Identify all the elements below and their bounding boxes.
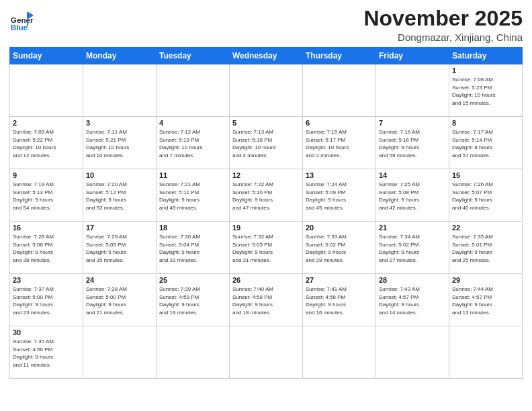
day-number: 1 <box>452 66 519 75</box>
table-row: 7Sunrise: 7:16 AM Sunset: 5:16 PM Daylig… <box>376 117 449 169</box>
day-info: Sunrise: 7:12 AM Sunset: 5:19 PM Dayligh… <box>159 128 226 159</box>
table-row: 11Sunrise: 7:21 AM Sunset: 5:11 PM Dayli… <box>157 169 230 222</box>
header-thursday: Thursday <box>303 48 376 64</box>
weekday-header-row: Sunday Monday Tuesday Wednesday Thursday… <box>10 48 523 64</box>
calendar-week-row: 30Sunrise: 7:45 AM Sunset: 4:56 PM Dayli… <box>10 326 523 379</box>
day-number: 26 <box>232 276 300 284</box>
day-number: 21 <box>379 224 446 232</box>
day-info: Sunrise: 7:17 AM Sunset: 5:14 PM Dayligh… <box>452 128 519 159</box>
table-row: 10Sunrise: 7:20 AM Sunset: 5:12 PM Dayli… <box>83 169 157 222</box>
calendar: Sunday Monday Tuesday Wednesday Thursday… <box>9 47 523 379</box>
day-info: Sunrise: 7:25 AM Sunset: 5:08 PM Dayligh… <box>379 181 446 212</box>
calendar-week-row: 2Sunrise: 7:09 AM Sunset: 5:22 PM Daylig… <box>10 117 523 169</box>
table-row <box>303 64 376 117</box>
day-number: 3 <box>86 119 153 127</box>
calendar-week-row: 23Sunrise: 7:37 AM Sunset: 5:00 PM Dayli… <box>10 274 523 326</box>
day-info: Sunrise: 7:34 AM Sunset: 5:02 PM Dayligh… <box>379 233 446 264</box>
header: General Blue November 2025 Dongmazar, Xi… <box>9 7 523 43</box>
day-number: 14 <box>379 171 446 179</box>
table-row: 20Sunrise: 7:33 AM Sunset: 5:02 PM Dayli… <box>303 222 376 274</box>
header-tuesday: Tuesday <box>157 48 230 64</box>
table-row <box>230 64 303 117</box>
table-row: 13Sunrise: 7:24 AM Sunset: 5:09 PM Dayli… <box>303 169 376 222</box>
table-row: 6Sunrise: 7:15 AM Sunset: 5:17 PM Daylig… <box>303 117 376 169</box>
table-row: 9Sunrise: 7:19 AM Sunset: 5:13 PM Daylig… <box>10 169 83 222</box>
table-row: 3Sunrise: 7:11 AM Sunset: 5:21 PM Daylig… <box>83 117 157 169</box>
day-number: 11 <box>159 171 226 179</box>
day-number: 22 <box>452 224 519 232</box>
table-row: 24Sunrise: 7:38 AM Sunset: 5:00 PM Dayli… <box>83 274 157 326</box>
table-row <box>157 64 230 117</box>
day-number: 24 <box>86 276 153 284</box>
day-number: 12 <box>232 171 300 179</box>
day-info: Sunrise: 7:13 AM Sunset: 5:18 PM Dayligh… <box>232 128 300 159</box>
day-info: Sunrise: 7:20 AM Sunset: 5:12 PM Dayligh… <box>86 181 153 212</box>
table-row: 12Sunrise: 7:22 AM Sunset: 5:10 PM Dayli… <box>230 169 303 222</box>
logo: General Blue <box>9 9 34 34</box>
header-saturday: Saturday <box>449 48 523 64</box>
header-sunday: Sunday <box>10 48 83 64</box>
day-number: 27 <box>306 276 373 284</box>
table-row: 8Sunrise: 7:17 AM Sunset: 5:14 PM Daylig… <box>449 117 523 169</box>
header-monday: Monday <box>83 48 157 64</box>
page: General Blue November 2025 Dongmazar, Xi… <box>0 0 532 411</box>
table-row: 18Sunrise: 7:30 AM Sunset: 5:04 PM Dayli… <box>157 222 230 274</box>
table-row: 28Sunrise: 7:43 AM Sunset: 4:57 PM Dayli… <box>376 274 449 326</box>
table-row <box>10 64 83 117</box>
table-row: 17Sunrise: 7:29 AM Sunset: 5:05 PM Dayli… <box>83 222 157 274</box>
table-row: 29Sunrise: 7:44 AM Sunset: 4:57 PM Dayli… <box>449 274 523 326</box>
table-row <box>83 326 157 379</box>
table-row: 27Sunrise: 7:41 AM Sunset: 4:58 PM Dayli… <box>303 274 376 326</box>
header-friday: Friday <box>376 48 449 64</box>
day-number: 4 <box>159 119 226 127</box>
table-row: 22Sunrise: 7:35 AM Sunset: 5:01 PM Dayli… <box>449 222 523 274</box>
day-number: 30 <box>13 328 80 336</box>
location: Dongmazar, Xinjiang, China <box>363 32 523 43</box>
day-info: Sunrise: 7:08 AM Sunset: 5:23 PM Dayligh… <box>452 76 519 107</box>
day-number: 15 <box>452 171 519 179</box>
day-number: 20 <box>306 224 373 232</box>
day-info: Sunrise: 7:43 AM Sunset: 4:57 PM Dayligh… <box>379 285 446 316</box>
table-row: 21Sunrise: 7:34 AM Sunset: 5:02 PM Dayli… <box>376 222 449 274</box>
table-row: 4Sunrise: 7:12 AM Sunset: 5:19 PM Daylig… <box>157 117 230 169</box>
day-info: Sunrise: 7:15 AM Sunset: 5:17 PM Dayligh… <box>306 128 373 159</box>
table-row: 25Sunrise: 7:39 AM Sunset: 4:59 PM Dayli… <box>157 274 230 326</box>
day-number: 9 <box>13 171 80 179</box>
day-info: Sunrise: 7:16 AM Sunset: 5:16 PM Dayligh… <box>379 128 446 159</box>
day-info: Sunrise: 7:21 AM Sunset: 5:11 PM Dayligh… <box>159 181 226 212</box>
day-info: Sunrise: 7:39 AM Sunset: 4:59 PM Dayligh… <box>159 285 226 316</box>
day-info: Sunrise: 7:26 AM Sunset: 5:07 PM Dayligh… <box>452 181 519 212</box>
month-title: November 2025 <box>363 7 523 30</box>
day-info: Sunrise: 7:38 AM Sunset: 5:00 PM Dayligh… <box>86 285 153 316</box>
title-block: November 2025 Dongmazar, Xinjiang, China <box>363 7 523 43</box>
calendar-week-row: 1Sunrise: 7:08 AM Sunset: 5:23 PM Daylig… <box>10 64 523 117</box>
table-row <box>376 64 449 117</box>
table-row <box>230 326 303 379</box>
table-row: 30Sunrise: 7:45 AM Sunset: 4:56 PM Dayli… <box>10 326 83 379</box>
day-info: Sunrise: 7:40 AM Sunset: 4:58 PM Dayligh… <box>232 285 300 316</box>
day-info: Sunrise: 7:35 AM Sunset: 5:01 PM Dayligh… <box>452 233 519 264</box>
svg-text:Blue: Blue <box>11 23 28 32</box>
header-wednesday: Wednesday <box>230 48 303 64</box>
day-number: 23 <box>13 276 80 284</box>
day-info: Sunrise: 7:44 AM Sunset: 4:57 PM Dayligh… <box>452 285 519 316</box>
table-row <box>83 64 157 117</box>
day-number: 8 <box>452 119 519 127</box>
table-row <box>303 326 376 379</box>
day-number: 5 <box>232 119 300 127</box>
day-number: 13 <box>306 171 373 179</box>
day-info: Sunrise: 7:32 AM Sunset: 5:03 PM Dayligh… <box>232 233 300 264</box>
table-row <box>449 326 523 379</box>
table-row: 1Sunrise: 7:08 AM Sunset: 5:23 PM Daylig… <box>449 64 523 117</box>
table-row: 15Sunrise: 7:26 AM Sunset: 5:07 PM Dayli… <box>449 169 523 222</box>
day-number: 7 <box>379 119 446 127</box>
day-info: Sunrise: 7:19 AM Sunset: 5:13 PM Dayligh… <box>13 181 80 212</box>
day-info: Sunrise: 7:22 AM Sunset: 5:10 PM Dayligh… <box>232 181 300 212</box>
table-row: 5Sunrise: 7:13 AM Sunset: 5:18 PM Daylig… <box>230 117 303 169</box>
day-info: Sunrise: 7:30 AM Sunset: 5:04 PM Dayligh… <box>159 233 226 264</box>
table-row <box>376 326 449 379</box>
logo-icon: General Blue <box>9 9 34 34</box>
table-row: 26Sunrise: 7:40 AM Sunset: 4:58 PM Dayli… <box>230 274 303 326</box>
day-number: 10 <box>86 171 153 179</box>
table-row: 2Sunrise: 7:09 AM Sunset: 5:22 PM Daylig… <box>10 117 83 169</box>
